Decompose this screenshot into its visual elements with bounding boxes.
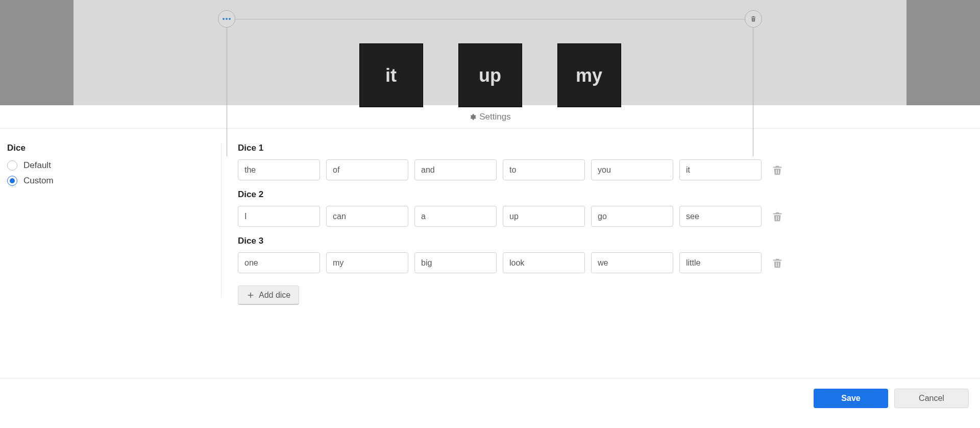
dice-3-title: Dice 3 <box>238 236 973 246</box>
dice-1-face-4-input[interactable] <box>503 159 585 180</box>
trash-icon <box>750 15 757 22</box>
dice-1-face-5-input[interactable] <box>591 159 673 180</box>
plus-icon <box>247 291 255 299</box>
add-dice-label: Add dice <box>259 291 290 300</box>
dice-2-face-5-input[interactable] <box>591 206 673 227</box>
dice-1-face-1-input[interactable] <box>238 159 320 180</box>
cancel-button[interactable]: Cancel <box>894 389 969 408</box>
preview-die-2: up <box>458 43 522 107</box>
dice-2-face-3-input[interactable] <box>414 206 497 227</box>
dice-config: Dice 1 Dice 2 <box>222 143 973 297</box>
preview-card: it up my <box>227 0 753 105</box>
dice-2-face-2-input[interactable] <box>326 206 408 227</box>
dice-group-2: Dice 2 <box>238 189 973 227</box>
dice-1-face-2-input[interactable] <box>326 159 408 180</box>
ellipsis-icon <box>223 18 231 20</box>
preview-canvas: it up my <box>74 0 906 105</box>
dice-3-faces <box>238 252 973 273</box>
dice-3-face-6-input[interactable] <box>679 252 762 273</box>
radio-custom[interactable]: Custom <box>7 176 216 186</box>
preview-area: it up my <box>0 0 980 105</box>
radio-circle-selected-icon <box>7 176 17 186</box>
save-button[interactable]: Save <box>814 389 888 408</box>
dice-1-face-3-input[interactable] <box>414 159 497 180</box>
add-dice-button[interactable]: Add dice <box>238 286 299 305</box>
dice-1-delete-button[interactable] <box>772 164 783 176</box>
dice-2-title: Dice 2 <box>238 189 973 200</box>
preview-die-3: my <box>557 43 621 107</box>
radio-default-label: Default <box>23 160 51 171</box>
dice-2-delete-button[interactable] <box>772 211 783 222</box>
preview-dice-row: it up my <box>227 43 753 107</box>
radio-circle-icon <box>7 160 17 171</box>
dice-2-face-1-input[interactable] <box>238 206 320 227</box>
radio-custom-label: Custom <box>23 176 54 186</box>
dice-3-delete-button[interactable] <box>772 257 783 269</box>
dice-3-face-3-input[interactable] <box>414 252 497 273</box>
dice-3-face-1-input[interactable] <box>238 252 320 273</box>
dice-group-3: Dice 3 <box>238 236 973 273</box>
card-options-button[interactable] <box>218 10 235 28</box>
preview-die-1: it <box>359 43 423 107</box>
radio-default[interactable]: Default <box>7 160 216 171</box>
dice-section-title: Dice <box>7 143 216 153</box>
dice-2-faces <box>238 206 973 227</box>
dice-1-face-6-input[interactable] <box>679 159 762 180</box>
settings-sidebar: Dice Default Custom <box>7 143 222 297</box>
dice-2-face-6-input[interactable] <box>679 206 762 227</box>
dice-2-face-4-input[interactable] <box>503 206 585 227</box>
dice-3-face-4-input[interactable] <box>503 252 585 273</box>
footer-bar: Save Cancel <box>0 378 980 418</box>
card-delete-button[interactable] <box>745 10 762 28</box>
dice-1-faces <box>238 159 973 180</box>
dice-3-face-5-input[interactable] <box>591 252 673 273</box>
dice-3-face-2-input[interactable] <box>326 252 408 273</box>
